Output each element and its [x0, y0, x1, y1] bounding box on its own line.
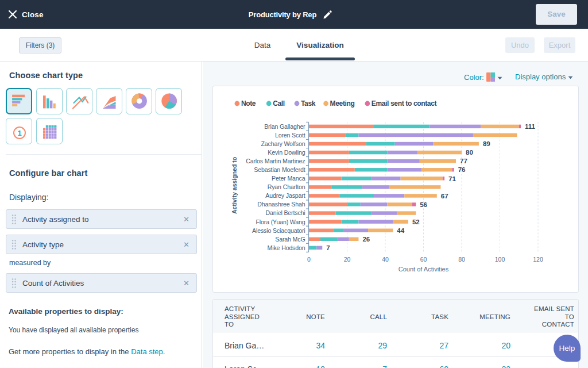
svg-text:Task: Task [301, 99, 316, 108]
svg-text:80: 80 [458, 256, 465, 263]
svg-text:67: 67 [441, 193, 448, 200]
svg-text:Meeting: Meeting [330, 99, 355, 108]
svg-text:Daniel Bertschi: Daniel Bertschi [266, 209, 305, 216]
svg-text:0: 0 [307, 256, 311, 263]
svg-text:40: 40 [382, 256, 389, 263]
svg-text:Kevin Dowling: Kevin Dowling [268, 149, 305, 156]
svg-text:26: 26 [362, 236, 370, 243]
svg-text:7: 7 [326, 244, 330, 251]
svg-text:Count of Activities: Count of Activities [399, 266, 449, 273]
svg-text:Carlos Martin Martinez: Carlos Martin Martinez [246, 158, 305, 164]
svg-text:Peter Manca: Peter Manca [272, 175, 305, 182]
svg-text:89: 89 [483, 140, 490, 147]
svg-text:111: 111 [525, 123, 536, 130]
svg-text:80: 80 [466, 149, 473, 156]
svg-text:Mike Hodsdon: Mike Hodsdon [268, 244, 305, 251]
svg-text:56: 56 [420, 201, 427, 208]
svg-text:Ryan Charlton: Ryan Charlton [268, 183, 305, 190]
svg-text:76: 76 [458, 166, 466, 173]
svg-text:Call: Call [273, 99, 285, 108]
svg-text:Dhanashree Shah: Dhanashree Shah [257, 201, 305, 208]
svg-text:1: 1 [18, 128, 22, 137]
svg-text:Sebastian Moeferdt: Sebastian Moeferdt [254, 166, 305, 173]
svg-text:Activity assigned to: Activity assigned to [231, 157, 238, 214]
svg-text:77: 77 [460, 158, 467, 164]
svg-text:Audrey Jaspart: Audrey Jaspart [265, 192, 305, 199]
svg-text:Loren Scott: Loren Scott [275, 132, 305, 139]
svg-text:Email sent to contact: Email sent to contact [372, 99, 437, 108]
svg-text:60: 60 [420, 256, 427, 263]
svg-text:Sarah McG: Sarah McG [275, 236, 305, 243]
svg-text:Alessio Sciacquatori: Alessio Sciacquatori [252, 227, 305, 234]
svg-text:20: 20 [344, 256, 351, 263]
svg-text:Zachary Wolfson: Zachary Wolfson [261, 140, 305, 147]
svg-text:52: 52 [412, 218, 420, 225]
svg-text:Flora (Yuan) Wang: Flora (Yuan) Wang [256, 218, 305, 225]
svg-text:44: 44 [397, 227, 404, 234]
svg-text:120: 120 [533, 256, 543, 263]
svg-text:100: 100 [495, 256, 505, 263]
svg-text:Brian Gallagher: Brian Gallagher [264, 123, 305, 130]
svg-text:71: 71 [448, 175, 456, 182]
svg-text:Note: Note [241, 99, 256, 108]
